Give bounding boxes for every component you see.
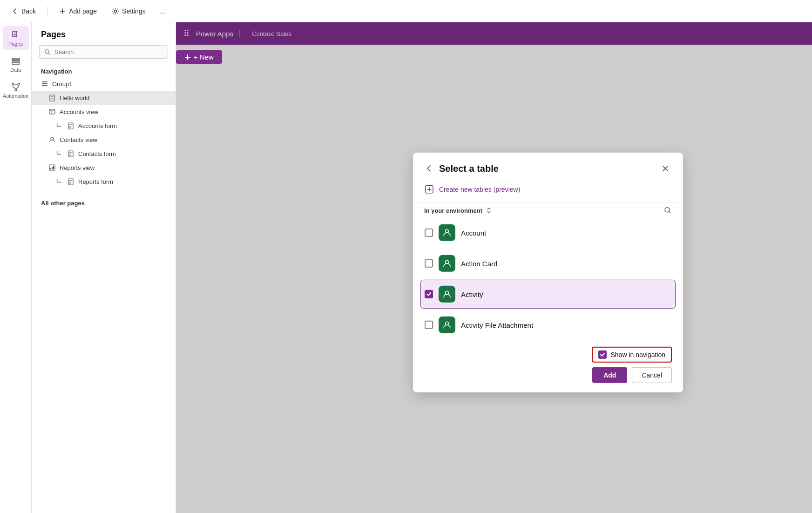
search-input[interactable] bbox=[54, 48, 163, 55]
hello-world-item[interactable]: Hello world bbox=[32, 91, 176, 105]
contacts-icon bbox=[48, 136, 56, 143]
indent-icon3 bbox=[56, 178, 63, 185]
table-item-account[interactable]: Account bbox=[420, 218, 676, 247]
close-icon bbox=[661, 164, 670, 173]
sidebar-item-automation[interactable]: Automation bbox=[3, 78, 29, 102]
create-new-tables[interactable]: Create new tables (preview) bbox=[413, 181, 683, 202]
dialog-back-icon bbox=[424, 164, 433, 173]
table-item-activity[interactable]: Activity bbox=[420, 280, 676, 309]
show-in-navigation-row[interactable]: Show in navigation bbox=[592, 347, 672, 363]
new-button[interactable]: + New bbox=[176, 50, 222, 64]
reports-form-label: Reports form bbox=[78, 178, 113, 185]
activity-file-checkbox[interactable] bbox=[425, 321, 433, 329]
group1-item[interactable]: Group1 bbox=[32, 77, 176, 91]
activity-file-icon bbox=[439, 317, 455, 333]
top-bar: Back Add page Settings ... bbox=[0, 0, 812, 22]
group1-label: Group1 bbox=[52, 81, 72, 88]
sidebar-item-pages[interactable]: Pages bbox=[3, 26, 29, 50]
contacts-form-item[interactable]: Contacts form bbox=[32, 147, 176, 161]
back-button[interactable]: Back bbox=[7, 6, 40, 17]
svg-rect-2 bbox=[14, 31, 18, 32]
action-card-table-icon bbox=[442, 258, 452, 269]
accounts-form-item[interactable]: Accounts form bbox=[32, 119, 176, 133]
table-item-activity-file[interactable]: Activity File Attachment bbox=[420, 310, 676, 339]
create-table-icon bbox=[424, 184, 434, 195]
new-label: + New bbox=[194, 53, 214, 61]
check-icon bbox=[426, 291, 432, 297]
settings-button[interactable]: Settings bbox=[108, 6, 149, 17]
automation-label: Automation bbox=[3, 93, 29, 99]
svg-rect-12 bbox=[42, 85, 47, 86]
pages-label: Pages bbox=[8, 41, 23, 47]
pages-panel: Pages Navigation Group1 Hello wor bbox=[32, 22, 176, 513]
automation-icon bbox=[11, 82, 21, 92]
svg-rect-21 bbox=[53, 166, 54, 169]
add-page-button[interactable]: Add page bbox=[55, 6, 101, 17]
dialog-action-row: Add Cancel bbox=[592, 367, 672, 383]
activity-table-icon bbox=[442, 289, 452, 299]
table-list: Account Action Card bbox=[413, 218, 683, 341]
main-layout: Pages Data Automation Pages bbox=[0, 22, 812, 513]
contacts-view-label: Contacts view bbox=[60, 136, 97, 143]
activity-icon bbox=[439, 286, 455, 303]
env-row: In your environment bbox=[413, 202, 683, 218]
activity-checkbox[interactable] bbox=[425, 290, 433, 298]
table-item-action-card[interactable]: Action Card bbox=[420, 249, 676, 278]
settings-icon bbox=[112, 7, 119, 15]
svg-rect-4 bbox=[12, 61, 20, 62]
activity-name: Activity bbox=[461, 290, 483, 298]
reports-icon bbox=[48, 164, 56, 171]
back-icon bbox=[11, 7, 19, 15]
more-button[interactable]: ... bbox=[157, 6, 170, 17]
dialog-header: Select a table bbox=[413, 153, 683, 181]
svg-rect-10 bbox=[42, 81, 47, 82]
pages-icon bbox=[11, 30, 21, 40]
reports-view-label: Reports view bbox=[60, 164, 95, 171]
table-icon bbox=[48, 108, 56, 115]
search-box[interactable] bbox=[39, 45, 168, 59]
nav-check-icon bbox=[600, 352, 605, 358]
action-card-checkbox[interactable] bbox=[425, 259, 433, 268]
pages-title: Pages bbox=[32, 22, 176, 45]
accounts-view-label: Accounts view bbox=[60, 108, 98, 115]
contacts-view-item[interactable]: Contacts view bbox=[32, 133, 176, 147]
reports-form-item[interactable]: Reports form bbox=[32, 175, 176, 189]
back-label: Back bbox=[21, 7, 36, 15]
accounts-view-item[interactable]: Accounts view bbox=[32, 105, 176, 119]
search-icon bbox=[44, 49, 51, 55]
svg-rect-3 bbox=[12, 58, 20, 60]
settings-label: Settings bbox=[122, 7, 146, 15]
content-area: ⠿ Power Apps | Contoso Sales + New bbox=[176, 22, 812, 513]
cancel-button[interactable]: Cancel bbox=[632, 367, 672, 383]
account-icon bbox=[439, 224, 455, 241]
sidebar-item-data[interactable]: Data bbox=[3, 52, 29, 76]
list-icon bbox=[41, 80, 48, 88]
add-button[interactable]: Add bbox=[592, 367, 627, 383]
dialog-title: Select a table bbox=[439, 163, 499, 174]
account-checkbox[interactable] bbox=[425, 229, 433, 237]
reports-view-item[interactable]: Reports view bbox=[32, 161, 176, 175]
svg-point-8 bbox=[15, 89, 17, 91]
account-table-icon bbox=[442, 228, 452, 238]
account-name: Account bbox=[461, 229, 486, 236]
dialog-back-button[interactable] bbox=[424, 164, 433, 173]
hello-world-label: Hello world bbox=[60, 94, 89, 101]
icon-sidebar: Pages Data Automation bbox=[0, 22, 32, 513]
new-plus-icon bbox=[184, 54, 191, 61]
show-nav-checkbox[interactable] bbox=[598, 351, 607, 359]
page-icon bbox=[48, 94, 56, 101]
sort-icon bbox=[485, 207, 493, 214]
contacts-form-icon bbox=[67, 150, 74, 157]
contacts-form-label: Contacts form bbox=[78, 150, 116, 157]
dialog-close-button[interactable] bbox=[659, 162, 672, 175]
select-table-dialog: Select a table Create new tables (previe… bbox=[413, 153, 683, 392]
env-search-button[interactable] bbox=[663, 206, 672, 215]
dialog-title-row: Select a table bbox=[424, 163, 499, 174]
divider bbox=[47, 7, 47, 16]
navigation-label: Navigation bbox=[32, 64, 176, 77]
indent-icon2 bbox=[56, 150, 63, 157]
action-card-icon bbox=[439, 255, 455, 272]
add-page-label: Add page bbox=[69, 7, 97, 15]
svg-rect-14 bbox=[49, 109, 55, 114]
action-card-name: Action Card bbox=[461, 259, 497, 267]
